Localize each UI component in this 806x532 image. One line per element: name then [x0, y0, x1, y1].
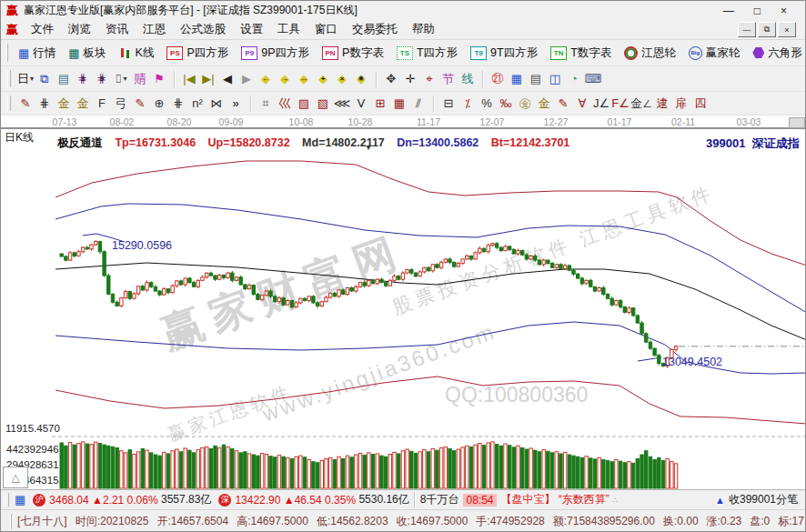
ticker-news[interactable]: 【盘中宝】 “东数西算”: [501, 492, 610, 507]
draw-slash-tool[interactable]: ⫽: [409, 95, 428, 113]
draw-frame-tool[interactable]: ⌗: [257, 95, 275, 113]
draw-percent-tool[interactable]: %: [478, 95, 496, 113]
menu-0[interactable]: 文件: [24, 20, 61, 39]
draw-brush-tool[interactable]: ✎: [554, 95, 572, 113]
calculator-button[interactable]: ▦: [508, 70, 526, 88]
crosshair-tool[interactable]: ✛: [401, 70, 419, 88]
draw-dai-tool[interactable]: 逮: [653, 95, 671, 113]
kline-button[interactable]: K线: [115, 44, 159, 63]
overlap-windows-icon[interactable]: ⧉: [35, 70, 54, 88]
draw-f-ruler-tool[interactable]: F: [93, 95, 111, 113]
menu-2[interactable]: 资讯: [98, 20, 136, 39]
draw-pen-tool[interactable]: ✎: [16, 95, 35, 113]
menu-4[interactable]: 公式选股: [173, 20, 233, 39]
draw-ruler-tool[interactable]: ⋕: [35, 95, 54, 113]
draw-fan-tool[interactable]: 巛: [276, 95, 294, 113]
chart3-icon[interactable]: ⋕3: [74, 70, 92, 88]
t-square-button[interactable]: TST四方形: [392, 44, 462, 63]
prev-bar-button[interactable]: ◀: [218, 70, 237, 88]
calendar-button[interactable]: ㉑: [489, 70, 507, 88]
draw-grid-tool[interactable]: ⊞: [371, 95, 389, 113]
hexagon-button[interactable]: 六角形: [748, 44, 806, 63]
ticker-lead[interactable]: 8千万台: [420, 492, 459, 507]
draw-grid2-tool[interactable]: ▦: [390, 95, 408, 113]
9p-square-button[interactable]: P99P四方形: [237, 44, 314, 63]
pointer-zoom-tool[interactable]: ⌖: [420, 70, 438, 88]
maximize-button[interactable]: □: [754, 5, 761, 17]
rights-adjust-icon[interactable]: 䝼: [131, 70, 149, 88]
close-button[interactable]: ×: [781, 5, 787, 17]
flag-mark-icon[interactable]: ⚑: [150, 70, 168, 88]
chart9-icon[interactable]: ⋕9: [93, 70, 111, 88]
expand-h-button[interactable]: ◆↔: [295, 70, 313, 88]
receive-tick-label[interactable]: 收399001分笔: [729, 492, 798, 507]
p-square-button[interactable]: PSP四方形: [162, 44, 233, 63]
draw-rays-tool[interactable]: ⋘: [333, 95, 351, 113]
pan-right-button[interactable]: ◆→: [276, 70, 294, 88]
more-tools-button[interactable]: »: [227, 95, 245, 113]
draw-permille-tool[interactable]: ‰: [497, 95, 515, 113]
chart-area[interactable]: 赢家财富网 www.yingjia360.com 股票投资分析软件 江恩工具软件…: [1, 128, 806, 489]
winner-wheel-button[interactable]: Big赢家轮: [684, 44, 745, 63]
draw-f-angle-tool[interactable]: F∠: [611, 95, 630, 113]
ticker-more[interactable]: ∴: [613, 496, 619, 505]
scroll-corner[interactable]: [789, 117, 805, 128]
draw-square-n-tool[interactable]: n²: [188, 95, 207, 113]
volume-expand-button[interactable]: △: [3, 467, 28, 488]
draw-pct-slash-tool[interactable]: ⁒: [458, 95, 477, 113]
mdi-minimize-button[interactable]: —: [738, 22, 756, 37]
period-selector[interactable]: 日▾: [16, 70, 35, 88]
first-bar-button[interactable]: |◀: [180, 70, 198, 88]
mdi-close-button[interactable]: ×: [778, 22, 796, 37]
menu-3[interactable]: 江恩: [136, 20, 173, 39]
t-number-button[interactable]: TNT数字表: [546, 44, 616, 63]
menu-1[interactable]: 浏览: [61, 20, 98, 39]
draw-pen2-tool[interactable]: ✎: [131, 95, 149, 113]
zoom-in-button[interactable]: ◆+: [314, 70, 332, 88]
draw-fei-tool[interactable]: 扉: [672, 95, 690, 113]
menu-9[interactable]: 帮助: [405, 20, 442, 39]
draw-gold-lines-tool[interactable]: 金: [535, 95, 553, 113]
next-bar-button[interactable]: ▶: [237, 70, 256, 88]
draw-cycle-tool[interactable]: ⊕: [150, 95, 168, 113]
gann-node-tool[interactable]: 节: [439, 70, 458, 88]
draw-gold-angle-tool[interactable]: 金∠: [630, 95, 652, 113]
draw-angle-tool[interactable]: ⋈: [207, 95, 226, 113]
draw-ruler2-tool[interactable]: ⋕: [169, 95, 187, 113]
save-button[interactable]: ◫: [546, 70, 564, 88]
zoom-out-button[interactable]: ◆×: [333, 70, 351, 88]
draw-gold-circle-tool[interactable]: ㊎: [516, 95, 534, 113]
transfer-button[interactable]: ⌨: [584, 70, 602, 88]
9t-square-button[interactable]: T99T四方形: [466, 44, 542, 63]
menu-5[interactable]: 设置: [233, 20, 270, 39]
draw-box2-tool[interactable]: ▧: [314, 95, 332, 113]
line-tool[interactable]: 线: [458, 70, 477, 88]
draw-levels-tool[interactable]: ⊟: [439, 95, 458, 113]
menu-8[interactable]: 交易委托: [345, 20, 405, 39]
sectors-button[interactable]: ▦板块: [64, 44, 110, 63]
draw-gold-ruler2-tool[interactable]: 金: [74, 95, 92, 113]
draw-gold-ruler-tool[interactable]: 金: [55, 95, 73, 113]
mdi-restore-button[interactable]: ⧉: [758, 22, 776, 37]
draw-j-angle-tool[interactable]: J∠: [592, 95, 610, 113]
p-number-button[interactable]: PNP数字表: [317, 44, 388, 63]
pan-left-button[interactable]: ◆←: [257, 70, 275, 88]
draw-av-tool[interactable]: ∀: [573, 95, 591, 113]
menu-6[interactable]: 工具: [270, 20, 307, 39]
draw-arc-tool[interactable]: 弓: [112, 95, 130, 113]
time-chart-button[interactable]: ◔: [565, 70, 583, 88]
last-bar-button[interactable]: ▶|: [199, 70, 217, 88]
draw-box-tool[interactable]: ▨: [295, 95, 313, 113]
quotes-button[interactable]: ▦行情: [14, 44, 60, 63]
quote-table-icon[interactable]: ▦: [15, 494, 25, 506]
zoom-all-button[interactable]: ◆✳: [352, 70, 370, 88]
notes-button[interactable]: ▤: [527, 70, 545, 88]
candle-style-selector[interactable]: ⌷▾: [112, 70, 130, 88]
minimize-button[interactable]: —: [723, 5, 734, 17]
draw-four-tool[interactable]: 四: [691, 95, 710, 113]
hand-tool[interactable]: ✥: [382, 70, 400, 88]
gann-wheel-button[interactable]: 江恩轮: [620, 44, 680, 63]
draw-v-tool[interactable]: Ⅴ: [352, 95, 370, 113]
menu-7[interactable]: 窗口: [307, 20, 345, 39]
info-panel-icon[interactable]: ▤: [55, 70, 73, 88]
